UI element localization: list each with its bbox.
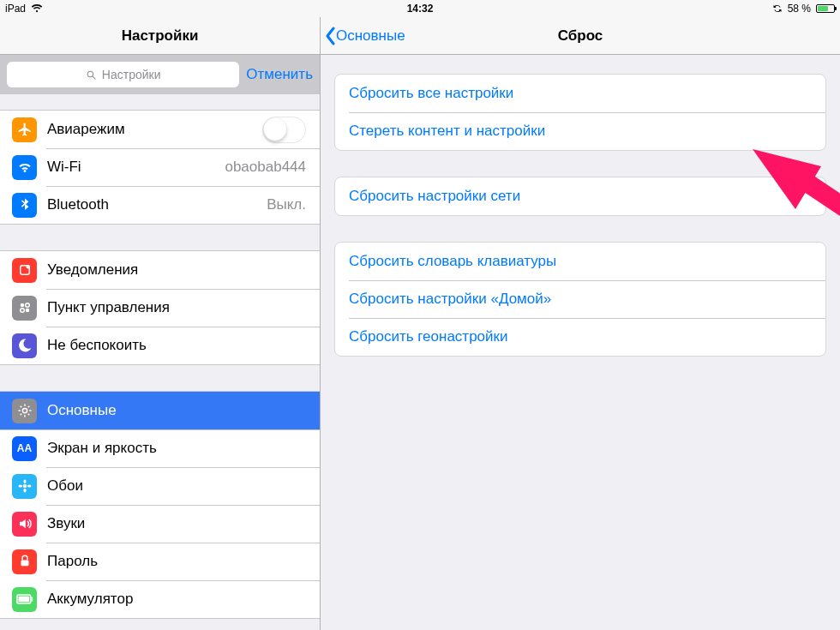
- row-label: Обои: [47, 477, 306, 495]
- row-label: Экран и яркость: [47, 440, 306, 457]
- group-notifications: Уведомления Пункт управления Не беспокои…: [0, 250, 320, 365]
- svg-point-7: [25, 309, 29, 313]
- battery-percent: 58 %: [788, 3, 811, 15]
- row-wifi[interactable]: Wi-Fi obaobab444: [0, 148, 320, 186]
- sliders-icon: [12, 296, 37, 321]
- row-general[interactable]: Основные: [0, 392, 320, 429]
- svg-rect-16: [31, 597, 33, 602]
- airplane-toggle[interactable]: [262, 117, 306, 143]
- reset-home-layout[interactable]: Сбросить настройки «Домой»: [335, 280, 825, 318]
- reset-group-3: Сбросить словарь клавиатуры Сбросить нас…: [334, 242, 826, 357]
- svg-point-4: [20, 303, 24, 308]
- wifi-detail: obaobab444: [225, 159, 306, 176]
- row-label: Пункт управления: [47, 299, 306, 316]
- bluetooth-icon: [12, 193, 37, 218]
- right-navbar: Основные Сброс: [321, 17, 840, 55]
- row-display[interactable]: AA Экран и яркость: [0, 429, 320, 467]
- flower-icon: [12, 474, 37, 499]
- search-input[interactable]: Настройки: [7, 62, 239, 87]
- bluetooth-detail: Выкл.: [267, 196, 306, 213]
- row-dnd[interactable]: Не беспокоить: [0, 327, 320, 364]
- reset-group-1: Сбросить все настройки Стереть контент и…: [334, 74, 826, 151]
- row-airplane[interactable]: Авиарежим: [0, 111, 320, 148]
- row-bluetooth[interactable]: Bluetooth Выкл.: [0, 186, 320, 224]
- airplane-icon: [12, 117, 37, 142]
- cell-label: Сбросить настройки «Домой»: [349, 291, 551, 308]
- cell-label: Сбросить словарь клавиатуры: [349, 253, 556, 270]
- clock: 14:32: [407, 3, 434, 15]
- row-label: Аккумулятор: [47, 591, 306, 608]
- svg-point-5: [25, 303, 29, 308]
- battery-icon: [12, 587, 37, 612]
- svg-point-10: [23, 480, 26, 484]
- search-icon: [86, 69, 97, 81]
- reset-group-2: Сбросить настройки сети: [334, 177, 826, 216]
- reset-all-settings[interactable]: Сбросить все настройки: [335, 75, 825, 112]
- search-placeholder: Настройки: [102, 68, 161, 81]
- row-control-center[interactable]: Пункт управления: [0, 289, 320, 327]
- cell-label: Сбросить все настройки: [349, 85, 513, 102]
- detail-pane: Основные Сброс Сбросить все настройки Ст…: [321, 17, 840, 630]
- row-battery[interactable]: Аккумулятор: [0, 580, 320, 618]
- right-title: Сброс: [558, 27, 603, 45]
- row-sounds[interactable]: Звуки: [0, 505, 320, 543]
- left-title: Настройки: [122, 27, 199, 45]
- svg-point-8: [22, 408, 27, 412]
- cancel-button[interactable]: Отменить: [246, 66, 313, 83]
- bell-icon: [12, 258, 37, 283]
- search-row: Настройки Отменить: [0, 55, 320, 94]
- group-general: Основные AA Экран и яркость Обои Звуки П…: [0, 391, 320, 619]
- svg-point-13: [27, 485, 32, 488]
- row-label: Пароль: [47, 553, 306, 570]
- row-label: Wi-Fi: [47, 159, 225, 176]
- row-label: Не беспокоить: [47, 337, 306, 354]
- speaker-icon: [12, 512, 37, 537]
- wifi-icon: [31, 4, 43, 13]
- lock-icon: [12, 549, 37, 574]
- left-navbar: Настройки: [0, 17, 320, 55]
- row-notifications[interactable]: Уведомления: [0, 251, 320, 289]
- device-label: iPad: [5, 3, 26, 15]
- settings-sidebar: Настройки Настройки Отменить Авиарежим: [0, 17, 321, 630]
- erase-all-content[interactable]: Стереть контент и настройки: [335, 112, 825, 150]
- row-wallpaper[interactable]: Обои: [0, 467, 320, 505]
- svg-rect-14: [21, 561, 28, 567]
- row-label: Звуки: [47, 515, 306, 532]
- row-label: Bluetooth: [47, 196, 267, 213]
- svg-point-0: [87, 71, 93, 77]
- cell-label: Стереть контент и настройки: [349, 123, 545, 140]
- row-label: Уведомления: [47, 261, 306, 279]
- row-label: Авиарежим: [47, 121, 262, 138]
- gear-icon: [12, 399, 37, 423]
- sync-icon: [772, 3, 783, 14]
- svg-point-6: [20, 309, 24, 313]
- svg-point-9: [22, 484, 27, 489]
- cell-label: Сбросить геонастройки: [349, 328, 508, 345]
- reset-location[interactable]: Сбросить геонастройки: [335, 318, 825, 356]
- svg-rect-17: [18, 597, 29, 603]
- wifi-icon: [12, 155, 37, 180]
- group-connectivity: Авиарежим Wi-Fi obaobab444 Bluetooth Вык…: [0, 110, 320, 225]
- back-button[interactable]: Основные: [321, 27, 405, 45]
- svg-point-11: [23, 489, 26, 493]
- battery-icon: [816, 4, 835, 13]
- moon-icon: [12, 333, 37, 358]
- svg-point-12: [18, 485, 22, 488]
- aa-icon: AA: [12, 436, 37, 461]
- reset-keyboard-dictionary[interactable]: Сбросить словарь клавиатуры: [335, 243, 825, 280]
- reset-network-settings[interactable]: Сбросить настройки сети: [335, 177, 825, 215]
- cell-label: Сбросить настройки сети: [349, 188, 520, 205]
- left-scroll[interactable]: Авиарежим Wi-Fi obaobab444 Bluetooth Вык…: [0, 94, 320, 630]
- row-label: Основные: [47, 402, 306, 419]
- back-label: Основные: [336, 27, 405, 45]
- svg-point-3: [26, 265, 30, 269]
- chevron-left-icon: [324, 27, 336, 45]
- row-passcode[interactable]: Пароль: [0, 543, 320, 580]
- svg-line-1: [93, 76, 95, 79]
- status-bar: iPad 14:32 58 %: [0, 0, 840, 17]
